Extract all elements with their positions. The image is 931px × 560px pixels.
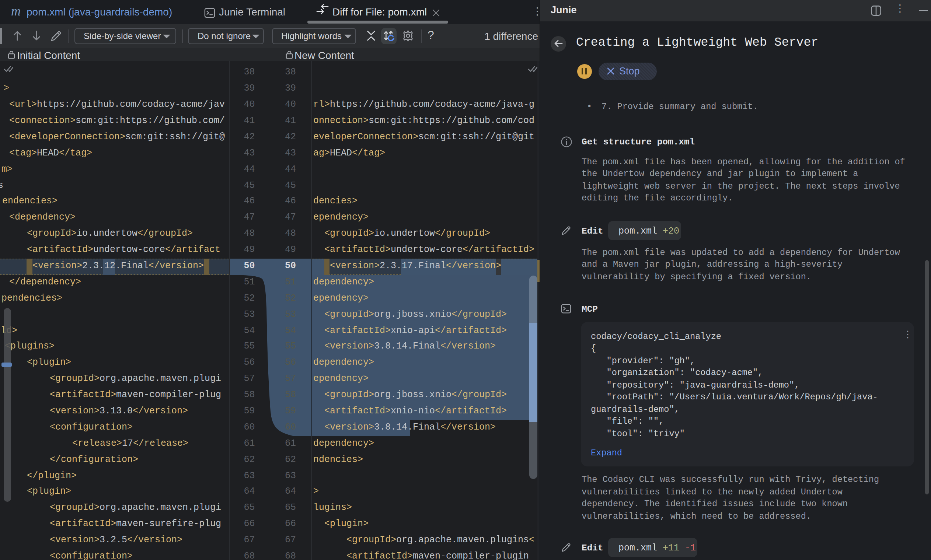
svg-text:m: m	[11, 5, 21, 18]
